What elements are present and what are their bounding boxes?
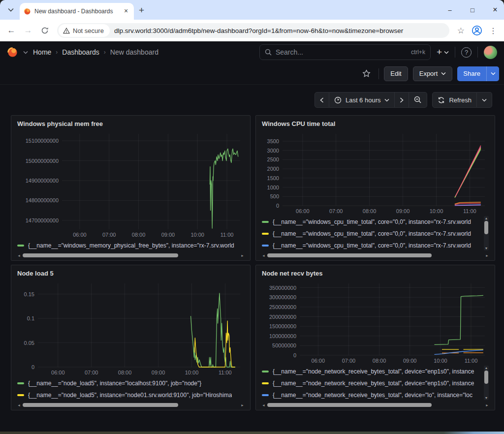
legend-series-swatch [262,382,269,384]
panel-windows-cpu-time-total: Windows CPU time total 06:0007:0008:0009… [255,115,495,261]
chart-canvas[interactable]: 06:0007:0008:0009:0010:0011:003500300025… [262,130,489,216]
address-bar[interactable]: Not secure dlp.srv.world:3000/d/adm6tpb/… [57,23,449,38]
vertical-scrollbar[interactable]: ▲ ▼ [484,216,489,250]
export-button[interactable]: Export [413,66,453,81]
refresh-interval-dropdown[interactable] [477,92,492,108]
panel-title[interactable]: Node net recv bytes [262,269,489,279]
breadcrumb-dashboards[interactable]: Dashboards [62,48,99,56]
reload-button[interactable] [37,23,52,38]
horizontal-scrollbar[interactable]: ◄ ► [262,252,489,258]
share-button[interactable]: Share [457,66,486,81]
scroll-right-icon[interactable]: ► [485,254,489,257]
grafana-favicon [24,8,31,15]
legend-item[interactable]: {__name__="node_network_receive_bytes_to… [262,389,482,401]
zoom-out-button[interactable] [409,92,427,108]
legend-series-swatch [17,245,24,247]
chevron-down-icon [384,98,389,102]
site-security-chip[interactable]: Not secure [59,24,110,37]
chart-canvas[interactable]: 06:0007:0008:0009:0010:0011:003500000003… [262,279,489,366]
tab-search-chevron-icon[interactable] [4,3,18,17]
scroll-down-icon[interactable]: ▼ [485,246,488,250]
svg-text:14800000000: 14800000000 [26,197,59,203]
panel-node-load-5: Node load 5 06:0007:0008:0009:0010:0011:… [11,265,251,410]
window-minimize-button[interactable]: – [446,6,454,14]
tab-close-icon[interactable]: × [122,7,130,15]
profile-icon[interactable] [472,25,482,36]
horizontal-scrollbar[interactable]: ◄ ► [17,402,244,408]
chart-canvas[interactable]: 06:0007:0008:0009:0010:0011:000.150.10.0… [17,279,244,377]
legend-item[interactable]: {__name__="windows_cpu_time_total", core… [262,228,482,240]
scroll-left-icon[interactable]: ◄ [262,254,265,257]
legend-item[interactable]: {__name__="node_network_receive_bytes_to… [262,366,482,377]
share-dropdown-button[interactable] [486,66,499,81]
scroll-left-icon[interactable]: ◄ [262,403,265,407]
browser-menu-icon[interactable]: ⋮ [489,26,497,35]
time-shift-back-button[interactable] [315,92,329,108]
bookmark-star-icon[interactable]: ☆ [457,26,465,36]
scrollbar-thumb[interactable] [484,221,488,234]
browser-tab[interactable]: New dashboard - Dashboards × [20,3,134,20]
back-button[interactable]: ← [4,23,19,38]
horizontal-scrollbar[interactable]: ◄ ► [262,402,489,408]
scroll-up-icon[interactable]: ▲ [485,216,488,220]
chevron-left-icon [320,97,324,103]
chart-canvas[interactable]: 06:0007:0008:0009:0010:0011:001510000000… [17,130,244,240]
horizontal-scrollbar[interactable]: ◄ ► [17,252,244,258]
scrollbar-thumb[interactable] [267,403,432,407]
window-close-button[interactable]: × [491,5,499,14]
scrollbar-thumb[interactable] [23,403,178,407]
org-switcher-chevron-icon[interactable] [23,51,28,54]
chevron-right-icon [400,97,404,103]
legend-series-swatch [262,371,269,372]
scrollbar-thumb[interactable] [484,371,488,384]
legend-item[interactable]: {__name__="windows_cpu_time_total", core… [262,240,482,251]
help-button[interactable]: ? [461,47,472,58]
favorite-star-button[interactable] [359,66,374,81]
svg-text:10:00: 10:00 [434,358,447,364]
legend-item[interactable]: {__name__="windows_memory_physical_free_… [17,240,244,251]
scrollbar-thumb[interactable] [23,253,178,257]
legend-item[interactable]: {__name__="node_load5", instance="node01… [17,389,244,401]
plus-icon: + [437,47,442,58]
legend-item[interactable]: {__name__="node_network_receive_bytes_to… [262,377,482,389]
security-label: Not secure [73,27,104,34]
scroll-right-icon[interactable]: ► [485,403,489,407]
breadcrumb-separator-icon: › [56,49,58,56]
window-maximize-button[interactable]: □ [469,6,476,14]
time-range-picker[interactable]: Last 6 hours [329,92,395,108]
scroll-right-icon[interactable]: ► [241,254,244,257]
svg-text:11:00: 11:00 [463,208,476,214]
svg-text:11:00: 11:00 [219,370,232,375]
scrollbar-thumb[interactable] [267,253,432,257]
scroll-down-icon[interactable]: ▼ [485,396,488,400]
search-input[interactable]: Search... ctrl+k [259,44,431,60]
edit-button[interactable]: Edit [384,66,408,81]
scroll-left-icon[interactable]: ◄ [17,403,21,407]
scroll-right-icon[interactable]: ► [241,403,244,407]
add-new-button[interactable]: + [437,47,449,58]
scroll-up-icon[interactable]: ▲ [485,366,488,370]
legend-item[interactable]: {__name__="node_load5", instance="localh… [17,377,244,389]
legend-series-swatch [17,394,24,396]
legend-series-swatch [262,221,269,223]
panel-title[interactable]: Windows CPU time total [262,119,489,130]
panel-title[interactable]: Windows physical mem free [17,119,244,130]
breadcrumb-home[interactable]: Home [33,48,51,56]
time-shift-forward-button[interactable] [395,92,409,108]
svg-text:0: 0 [32,364,34,370]
url-text[interactable]: dlp.srv.world:3000/d/adm6tpb/new-dashboa… [114,27,443,34]
search-shortcut: ctrl+k [411,49,425,56]
export-label: Export [419,70,438,77]
dashboard-actions: Edit Export Share [0,63,504,85]
scroll-left-icon[interactable]: ◄ [17,254,21,257]
panel-title[interactable]: Node load 5 [17,269,244,279]
svg-text:350000000: 350000000 [269,285,296,291]
legend-item[interactable]: {__name__="windows_cpu_time_total", core… [262,216,482,228]
user-avatar[interactable] [484,46,497,59]
panel-node-net-recv-bytes: Node net recv bytes 06:0007:0008:0009:00… [255,265,495,410]
vertical-scrollbar[interactable]: ▲ ▼ [484,366,489,400]
new-tab-button[interactable]: + [139,5,144,16]
svg-text:1500: 1500 [267,175,279,181]
refresh-button[interactable]: Refresh [432,92,477,108]
grafana-logo[interactable] [7,47,18,58]
